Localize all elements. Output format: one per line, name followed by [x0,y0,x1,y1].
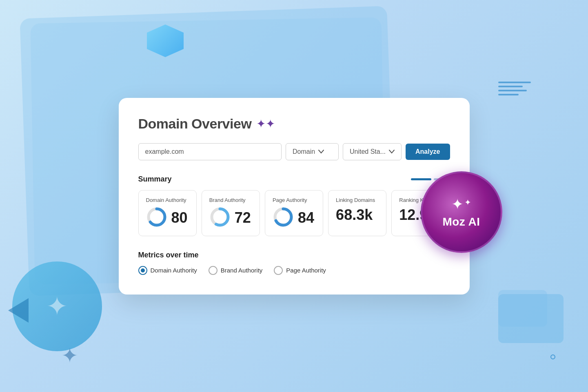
star-decoration: ✦ [61,344,78,368]
metric-label-pa: Page Authority [273,197,315,203]
arrow-decoration [8,298,29,323]
radio-inner-da [141,268,145,272]
radio-outer-da [138,266,147,275]
line-3 [498,90,527,91]
lines-decoration [498,82,531,95]
radio-outer-ba [209,266,217,275]
moz-ai-badge[interactable]: ✦ ✦ Moz AI [421,171,502,253]
donut-pa [273,206,294,229]
location-dropdown[interactable]: United Sta... [343,143,402,160]
rect-decoration-br2 [498,290,547,327]
metric-value-da: 80 [171,209,188,226]
metric-card-linking-domains: Linking Domains 68.3k [328,190,386,236]
metric-card-brand-authority: Brand Authority 72 [202,190,260,236]
analyze-button[interactable]: Analyze [406,144,450,160]
summary-section-header: Summary [138,175,450,184]
moz-star-big: ✦ [451,196,464,213]
donut-da [146,206,167,229]
moz-ai-label: Moz AI [442,215,480,228]
metric-value-pa: 84 [298,209,314,226]
metric-label-da: Domain Authority [146,197,189,203]
radio-brand-authority[interactable]: Brand Authority [209,266,263,275]
radio-page-authority[interactable]: Page Authority [274,266,326,275]
search-row: Domain United Sta... Analyze [138,143,450,160]
metrics-over-time-title: Metrics over time [138,251,450,259]
chevron-down-icon [318,150,324,154]
radio-label-da: Domain Authority [151,267,197,274]
line-2 [498,86,523,87]
moz-star-small: ✦ [464,197,471,207]
metrics-row: Domain Authority 80 Brand Authority [138,190,450,236]
metric-label-ld: Linking Domains [336,197,379,203]
page-title: Domain Overview [138,116,252,132]
radio-label-ba: Brand Authority [221,267,263,274]
metric-value-row-ld: 68.3k [336,206,379,224]
line-4 [498,94,519,95]
metric-card-page-authority: Page Authority 84 [265,190,323,236]
search-input[interactable] [138,143,282,160]
location-dropdown-label: United Sta... [350,148,386,155]
card-title-row: Domain Overview ✦✦ [138,116,450,132]
metric-card-domain-authority: Domain Authority 80 [138,190,197,236]
metrics-over-time-section: Metrics over time Domain Authority Brand… [138,251,450,275]
main-card: ✦ ✦ Moz AI Domain Overview ✦✦ Domain Uni… [119,98,470,295]
line-1 [498,82,531,83]
metric-value-ba: 72 [235,209,251,226]
domain-dropdown-label: Domain [293,148,315,155]
domain-dropdown[interactable]: Domain [286,143,339,160]
radio-group: Domain Authority Brand Authority Page Au… [138,266,450,275]
moz-ai-stars: ✦ ✦ [451,196,471,213]
radio-outer-pa [274,266,283,275]
donut-ba [209,206,231,229]
metric-value-row-ba: 72 [209,206,252,229]
summary-tab-active[interactable] [411,178,431,180]
sparkle-icon: ✦✦ [256,117,275,131]
metric-label-ba: Brand Authority [209,197,252,203]
radio-label-pa: Page Authority [286,267,326,274]
metric-value-row-pa: 84 [273,206,315,229]
radio-domain-authority[interactable]: Domain Authority [138,266,197,275]
metric-value-row-da: 80 [146,206,189,229]
summary-title: Summary [138,175,172,184]
metric-value-ld: 68.3k [336,206,373,224]
node-decoration [550,354,555,359]
chevron-down-icon-2 [389,150,395,154]
